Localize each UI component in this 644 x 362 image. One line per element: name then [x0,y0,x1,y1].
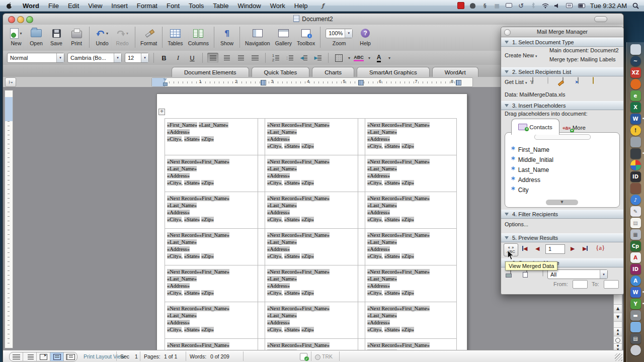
lasso-menu-icon[interactable]: § [481,2,489,9]
dock-indesign[interactable]: ID [630,264,641,275]
label-cell[interactable]: «Next Record»«First_Name»«Last_Name»«Add… [365,155,457,192]
title-bar[interactable]: Document2 [3,14,623,25]
words-value[interactable]: 0 of 209 [210,353,229,359]
menu-font[interactable]: Font [162,0,184,11]
display-menu-icon[interactable] [506,2,513,9]
first-record-button[interactable]: ◀ [522,245,527,252]
dock-mini-window[interactable]: ▬ [630,310,641,321]
apple-menu[interactable] [0,0,18,11]
bold-button[interactable]: B [158,53,170,63]
dock-launchpad[interactable]: ▦ [630,229,641,240]
dock-grey-app[interactable] [630,137,641,147]
dock-screen-app[interactable] [630,148,641,159]
menu-insert[interactable]: Insert [107,0,132,11]
label-cell[interactable]: «Next Record»«First_Name»«Last_Name» [165,339,258,350]
evernote-menu-icon[interactable] [469,2,476,9]
label-cell[interactable]: «Next Record»«First_Name»«Last_Name»«Add… [365,119,457,155]
view-mode-label[interactable]: Print Layout View [84,353,125,359]
label-cell[interactable]: «Next Record»«First_Name»«Last_Name»«Add… [165,265,258,302]
label-cell[interactable]: «Next Record»«First_Name»«Last_Name» [265,339,358,350]
label-cell[interactable]: «Next Record»«First_Name»«Last_Name» [365,339,457,350]
redo-button[interactable]: ▾Redo [115,27,130,46]
create-new-button[interactable]: Create New▾ [505,52,537,58]
placeholder-field-last_name[interactable]: *Last_Name [511,166,549,174]
font-combo[interactable]: Cambria (Bo...▾ [67,53,122,63]
from-field[interactable] [573,280,588,289]
table-move-handle[interactable]: ✛ [158,109,165,115]
section-3-header[interactable]: 3. Insert Placeholders [501,101,623,110]
font-color-dropdown[interactable]: ▾ [388,56,390,60]
table-column-marker[interactable] [456,80,461,85]
style-combo[interactable]: Normal▾ [7,53,64,63]
borders-dropdown[interactable]: ▾ [348,56,350,60]
dock-alert-app[interactable]: ! [630,125,641,136]
label-cell[interactable]: «Next Record»«First_Name»«Last_Name»«Add… [265,265,358,302]
menu-tools[interactable]: Tools [184,0,208,11]
dock-photo-booth[interactable] [630,183,641,194]
section-2-header[interactable]: 2. Select Recipients List [501,67,623,76]
placeholder-field-middle_initial[interactable]: *Middle_Initial [511,156,553,164]
previous-record-button[interactable]: ◀ [535,245,539,252]
film-menu-icon[interactable] [457,2,464,9]
undo-button[interactable]: ▾Undo [95,27,110,46]
tab-smartart-graphics[interactable]: SmartArt Graphics [357,67,430,77]
menu-word[interactable]: Word [18,0,44,11]
field-list-scroll-up[interactable] [534,134,591,140]
dock-server-app[interactable]: ▤ [630,333,641,344]
dock-acrobat[interactable]: A [630,252,641,263]
time-machine-menu-icon[interactable]: ↺ [518,2,525,9]
table-column-marker[interactable] [261,80,266,85]
dock-excel[interactable]: X [630,102,641,113]
bluetooth-menu-icon[interactable] [530,2,537,9]
justify-button[interactable] [250,53,261,63]
label-cell[interactable]: «Next Record»«First_Name»«Last_Name»«Add… [165,155,258,192]
resize-grip[interactable] [615,353,622,361]
numbered-list-button[interactable]: 12 [270,53,281,63]
insert-field-brace-button[interactable]: {a} [596,244,605,252]
zoom-value[interactable]: 100% [326,30,345,36]
palette-close-button[interactable] [504,29,511,36]
label-cell[interactable]: «Next Record»«First_Name»«Last_Name»«Add… [265,229,358,265]
scroll-up-button[interactable]: ▲ [614,304,622,313]
previous-page-button[interactable]: ▲▲ [614,327,622,336]
menu-format[interactable]: Format [132,0,162,11]
document-page[interactable]: ✛ «First_Name» «Last_Name»«Address»«City… [156,94,467,350]
help-button[interactable]: ?Help [358,27,373,46]
label-cell[interactable]: «Next Record»«First_Name»«Last_Name»«Add… [265,155,358,192]
get-list-button[interactable]: Get List▾ [505,79,527,85]
dock-stocks-app[interactable]: ~ [630,56,641,66]
font-size-combo[interactable]: 12▾ [125,53,149,63]
to-field[interactable] [604,280,619,289]
tab-document-elements[interactable]: Document Elements [172,67,249,77]
table-column-marker[interactable] [358,80,364,85]
show-button[interactable]: ¶Show [219,27,234,46]
next-record-button[interactable]: ▶ [571,245,575,252]
merge-to-printer-icon[interactable] [510,269,511,277]
merge-to-new-document-icon[interactable] [526,269,527,277]
dock-firefox[interactable] [630,79,641,89]
highlight-dropdown[interactable]: ▾ [368,56,370,60]
palette-title-bar[interactable]: Mail Merge Manager [501,27,623,37]
italic-button[interactable]: I [173,53,184,63]
spaces-menu-icon[interactable]: ▦ [494,2,501,9]
mailing-labels-icon[interactable] [593,77,594,84]
indent-markers[interactable] [163,78,168,86]
section-4-header[interactable]: 4. Filter Recipients [501,210,623,219]
edit-data-source-icon[interactable] [562,77,564,84]
dock-indesign-dark[interactable]: ID [630,171,641,182]
publishing-view-button[interactable]: ➤ [37,352,50,361]
keyboard-menu-icon[interactable] [566,2,573,9]
disclosure-triangle[interactable] [505,70,509,73]
menu-edit[interactable]: Edit [63,0,84,11]
record-number-field[interactable]: 1 [545,244,565,254]
dock-textedit[interactable]: ▤ [630,218,641,228]
save-button[interactable]: Save [49,27,64,46]
menu-help[interactable]: Help [290,0,312,11]
highlight-button[interactable]: ABC [353,53,364,63]
label-cell[interactable]: «Next Record»«First_Name»«Last_Name»«Add… [165,302,258,338]
placeholder-field-address[interactable]: *Address [511,176,540,184]
label-cell[interactable]: «Next Record»«First_Name»«Last_Name»«Add… [165,229,258,265]
format-button[interactable]: Format [140,27,157,46]
placeholder-field-city[interactable]: *City [511,186,529,194]
tab-stop-selector[interactable]: ⊦▾ [5,77,16,87]
